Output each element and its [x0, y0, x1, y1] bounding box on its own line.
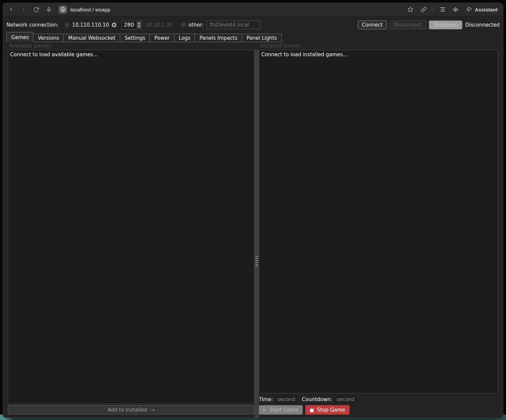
stop-game-button[interactable]: ■ Stop Game — [305, 405, 349, 415]
browser-window: localhost / wsapp Assistant Network conn… — [3, 3, 503, 418]
available-games-list[interactable]: Connect to load available games... — [8, 50, 255, 404]
stop-icon: ■ — [310, 408, 314, 413]
network-connection-label: Network connection: — [6, 22, 59, 28]
port-input[interactable] — [122, 21, 136, 29]
connect-button[interactable]: Connect — [358, 21, 387, 29]
radio-other-option[interactable] — [181, 23, 186, 27]
reader-mode-icon[interactable] — [440, 7, 445, 11]
wsapp-page: Network connection: 10.110.110.10 ▲ ▼ ot… — [3, 16, 503, 418]
start-game-label: Start Game — [269, 407, 298, 413]
time-label: Time: — [259, 396, 273, 402]
installed-games-list[interactable]: Connect to load installed games... — [259, 50, 498, 393]
reload-icon[interactable] — [33, 7, 39, 12]
assistant-button[interactable]: Assistant — [466, 6, 498, 12]
tab-games[interactable]: Games — [6, 32, 33, 42]
tab-manual-websocket[interactable]: Manual Websocket — [63, 34, 120, 42]
address-bar[interactable]: localhost / wsapp — [59, 5, 110, 14]
url-text: localhost / wsapp — [70, 7, 110, 12]
radio-ip-option[interactable] — [65, 23, 69, 27]
forward-icon[interactable] — [21, 7, 26, 12]
games-tab-content: Available Games Connect to load availabl… — [6, 42, 500, 418]
available-games-panel: Available Games Connect to load availabl… — [8, 42, 255, 418]
countdown-input[interactable] — [334, 395, 357, 403]
spin-up-icon[interactable]: ▲ — [138, 22, 140, 25]
tab-bar: Games Versions Manual Websocket Settings… — [6, 32, 500, 42]
play-icon: ▶ — [263, 408, 266, 412]
installed-games-title: Installed Games — [259, 42, 498, 50]
copy-link-icon[interactable] — [421, 7, 427, 12]
tab-versions[interactable]: Versions — [33, 34, 64, 42]
panel-splitter[interactable] — [255, 50, 259, 418]
tab-settings[interactable]: Settings — [120, 34, 150, 42]
installed-games-message: Connect to load installed games... — [261, 52, 348, 58]
add-to-installed-label: Add to Installed — [107, 407, 147, 413]
tab-power[interactable]: Power — [149, 34, 174, 42]
splitter-grip-icon[interactable] — [256, 256, 258, 268]
game-buttons-row: ▶ Start Game ■ Stop Game — [259, 405, 498, 415]
browser-toolbar: localhost / wsapp Assistant — [3, 3, 503, 16]
other-host-input[interactable] — [207, 21, 261, 29]
assistant-label: Assistant — [475, 7, 498, 12]
countdown-label: Countdown: — [302, 396, 332, 402]
stop-game-label: Stop Game — [317, 407, 345, 413]
radio-port-option[interactable] — [112, 23, 116, 27]
tab-panel-lights[interactable]: Panel Lights — [242, 34, 281, 42]
back-icon[interactable] — [8, 7, 14, 12]
other-option-label: other: — [189, 22, 204, 28]
ip-option-label: 10.110.110.10 — [72, 22, 109, 28]
game-timing-row: Time: Countdown: — [259, 395, 498, 404]
bookmark-star-icon[interactable] — [407, 6, 413, 12]
disconnect-button[interactable]: Disconnect — [390, 21, 426, 29]
toolbar-divider — [433, 6, 433, 13]
ip-hint-input[interactable] — [145, 22, 176, 28]
arrow-right-icon: → — [150, 407, 155, 413]
audio-waveform-icon[interactable] — [452, 7, 459, 12]
tab-panels-impacts[interactable]: Panels Impacts — [195, 34, 242, 42]
spin-down-icon[interactable]: ▼ — [138, 25, 140, 28]
tab-logs[interactable]: Logs — [174, 34, 195, 42]
microphone-icon[interactable] — [46, 7, 52, 12]
network-connection-row: Network connection: 10.110.110.10 ▲ ▼ ot… — [6, 20, 500, 29]
connection-status: Disconnected — [465, 22, 500, 28]
installed-games-panel: Installed Games Connect to load installe… — [259, 42, 498, 418]
available-games-title: Available Games — [8, 42, 255, 50]
time-input[interactable] — [275, 395, 297, 403]
site-globe-icon — [59, 5, 67, 14]
assistant-spiral-icon — [466, 6, 472, 12]
shutdown-button[interactable]: Shutdown — [429, 21, 462, 29]
available-games-message: Connect to load available games... — [10, 52, 98, 58]
port-spinbox: ▲ ▼ — [121, 21, 142, 29]
start-game-button[interactable]: ▶ Start Game — [259, 405, 303, 415]
add-to-installed-button[interactable]: Add to Installed → — [8, 405, 255, 414]
